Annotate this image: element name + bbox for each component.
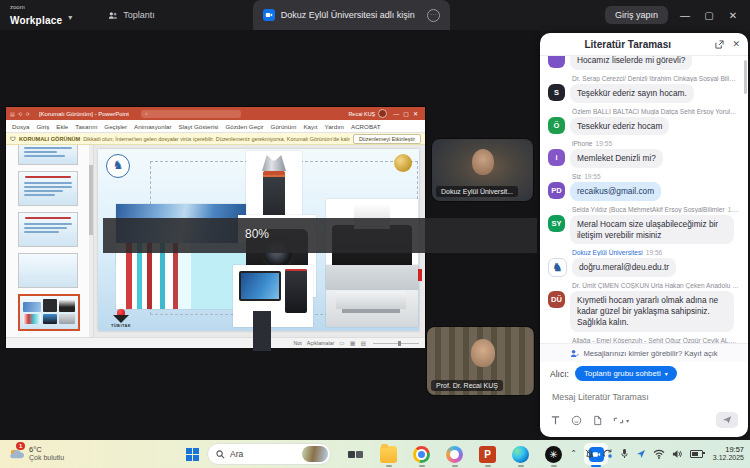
chat-message: Dr. Serap Cerezci/ Denizli İbrahim Cinka… — [548, 75, 740, 103]
powerpoint-title: [Korumalı Görünüm] - PowerPoint — [39, 111, 129, 117]
thumbnail-scrollbar[interactable] — [89, 145, 93, 337]
tab-more-icon[interactable]: ⋯ — [427, 9, 440, 22]
view-buttons[interactable]: ▭ ▦ ▤ — [339, 340, 368, 346]
recipient-selector[interactable]: Toplantı grubu sohbeti ▾ — [575, 366, 677, 381]
search-highlight-image[interactable] — [302, 446, 328, 462]
bell-off-icon[interactable] — [584, 448, 595, 459]
participant-name: Dokuz Eylül Üniversit... — [436, 186, 518, 197]
maximize-button[interactable]: ▢ — [702, 10, 716, 21]
ribbon-tab-gozden-gecir[interactable]: Gözden Geçir — [225, 123, 263, 130]
ribbon-tab-acrobat[interactable]: ACROBAT — [351, 123, 380, 130]
protected-view-label: KORUMALI GÖRÜNÜM — [19, 136, 80, 142]
chat-recipient-row: Alıcı: Toplantı grubu sohbeti ▾ — [540, 362, 748, 383]
file-explorer-icon[interactable] — [380, 446, 397, 463]
emoji-icon[interactable] — [571, 415, 582, 426]
participant-video[interactable]: Dokuz Eylül Üniversit... — [432, 139, 533, 201]
microphone-icon[interactable] — [620, 448, 629, 459]
search-icon — [216, 450, 225, 459]
chat-messages[interactable]: Hocamız liselerde mi görevli? Dr. Serap … — [540, 56, 748, 343]
message-bubble: Hocamız liselerde mi görevli? — [570, 56, 692, 70]
ribbon-tab-giris[interactable]: Giriş — [37, 123, 50, 130]
slide-thumbnail[interactable] — [18, 145, 78, 165]
format-text-icon[interactable] — [550, 415, 561, 426]
powerpoint-search-box[interactable]: ⌕ — [141, 110, 241, 118]
protected-view-bar: 🛡 KORUMALI GÖRÜNÜM Dikkatli olun; İntern… — [6, 133, 425, 145]
slide-thumbnail-selected[interactable] — [18, 294, 80, 331]
chevron-down-icon[interactable]: ▾ — [68, 13, 72, 22]
edge-icon[interactable] — [512, 446, 529, 463]
close-icon[interactable]: ✕ — [732, 39, 740, 49]
tray-expand-icon[interactable]: ⌃ — [570, 449, 577, 458]
shield-icon: 🛡 — [10, 136, 16, 142]
powerpoint-statusbar: Not Açıklamalar ▭ ▦ ▤ — [6, 337, 425, 348]
close-button[interactable]: ✕ — [726, 10, 740, 21]
avatar: Ö — [548, 117, 565, 134]
sign-in-button[interactable]: Giriş yapın — [605, 6, 668, 24]
copilot-icon[interactable] — [446, 446, 463, 463]
tab-meeting[interactable]: Toplantı — [100, 5, 163, 25]
weather-desc: Çok bulutlu — [29, 454, 64, 462]
chatgpt-icon[interactable]: ✳ — [545, 446, 562, 463]
ribbon-tab-ekle[interactable]: Ekle — [56, 123, 68, 130]
slide-thumbnail[interactable] — [18, 253, 78, 288]
taskbar-search[interactable]: Ara — [207, 443, 331, 465]
deu-logo: ♞ — [106, 154, 130, 178]
volume-icon[interactable] — [672, 449, 683, 459]
powerpoint-icon[interactable]: P — [479, 446, 496, 463]
ribbon-tab-tasarim[interactable]: Tasarım — [75, 123, 97, 130]
battery-icon[interactable] — [690, 450, 703, 458]
tab-active-meeting[interactable]: Dokuz Eylül Üniversitesi adlı kişin ⋯ — [253, 0, 450, 30]
minimize-button[interactable]: — — [678, 10, 692, 21]
taskbar-clock[interactable]: 19:57 3.12.2025 — [713, 445, 744, 462]
chat-message: Özlem BALLI BALTACI Mugla Datça Sehit Er… — [548, 108, 740, 136]
ribbon-tab-animasyonlar[interactable]: Animasyonlar — [134, 123, 172, 130]
slide-thumbnail[interactable] — [18, 212, 78, 247]
wifi-icon[interactable] — [653, 449, 665, 459]
powerpoint-window-controls[interactable]: —▢✕ — [393, 110, 422, 117]
tubitak-logo: TÜBİTAK — [106, 309, 136, 328]
comments-button[interactable]: Açıklamalar — [307, 340, 335, 346]
participant-video[interactable]: Prof. Dr. Recai KUŞ — [427, 327, 534, 395]
slide-image-computer — [233, 265, 313, 327]
zoom-level-value: 80% — [245, 227, 269, 241]
notes-button[interactable]: Not — [293, 340, 301, 346]
enable-editing-button[interactable]: Düzenlemeyi Etkinleştir — [353, 134, 421, 144]
search-placeholder: Ara — [230, 449, 297, 459]
weather-widget[interactable]: 1 6°C Çok bulutlu — [8, 446, 64, 463]
location-icon[interactable] — [636, 449, 646, 459]
ribbon-tab-gecisler[interactable]: Geçişler — [104, 123, 127, 130]
ribbon-tab-yardim[interactable]: Yardım — [325, 123, 344, 130]
screenshot-icon[interactable] — [613, 415, 624, 426]
chrome-icon[interactable] — [413, 446, 430, 463]
zoom-titlebar: zoom Workplace ▾ Toplantı Dokuz Eylül Ün… — [0, 0, 750, 30]
chat-scrollbar[interactable] — [744, 60, 747, 94]
chat-title: Literatür Taraması — [540, 39, 715, 50]
slide-thumbnail[interactable] — [18, 171, 78, 206]
chevron-down-icon[interactable]: ▾ — [626, 417, 629, 424]
deu-avatar: ♞ — [548, 258, 567, 277]
zoom-slider[interactable] — [373, 343, 419, 344]
slide-image-office — [326, 265, 418, 327]
task-view-button[interactable] — [347, 446, 364, 463]
attach-file-icon[interactable] — [592, 415, 603, 426]
ribbon-tab-slayt-gosterisi[interactable]: Slayt Gösterisi — [179, 123, 219, 130]
ribbon-tab-gorunum[interactable]: Görünüm — [271, 123, 297, 130]
chat-message: Allağa - Emel Köşenzuh - Şehit Oğuz Özgü… — [548, 337, 740, 343]
start-button[interactable] — [186, 448, 199, 461]
people-icon — [108, 11, 118, 20]
quick-access-toolbar[interactable]: ▤ ⟲ ⟳ — [10, 111, 31, 117]
weather-temp: 6°C — [29, 446, 64, 455]
update-icon[interactable] — [602, 448, 613, 459]
avatar: SY — [548, 215, 565, 232]
ribbon-tab-dosya[interactable]: Dosya — [12, 123, 30, 130]
protected-view-message: Dikkatli olun; İnternet'ten gelen dosyal… — [83, 136, 350, 142]
message-bubble: Meral Hocam size ulaşabileceğimiz bir il… — [570, 215, 734, 245]
chat-privacy-notice: Mesajlarınızı kimler görebilir? Kayıt aç… — [540, 343, 748, 362]
send-button[interactable] — [716, 412, 738, 428]
ribbon-tab-kayit[interactable]: Kayıt — [303, 123, 317, 130]
chat-message-input[interactable] — [550, 391, 742, 403]
avatar: S — [548, 84, 565, 101]
pop-out-icon[interactable] — [715, 40, 724, 49]
chat-input-row — [540, 383, 748, 404]
chat-message: Hocamız liselerde mi görevli? — [548, 56, 740, 70]
